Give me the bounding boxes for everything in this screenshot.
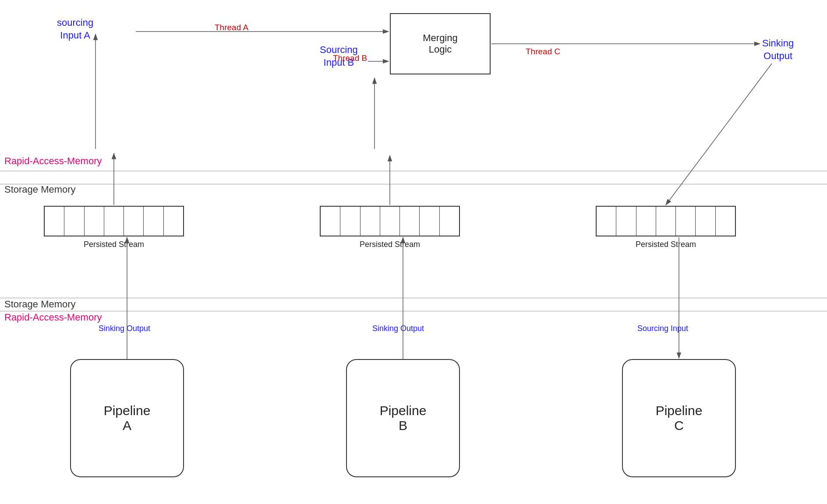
stream-seg [440, 207, 459, 236]
pipeline-b-box: PipelineB [346, 359, 460, 477]
persisted-stream-b-label: Persisted Stream [331, 240, 449, 249]
stream-seg [164, 207, 183, 236]
persisted-stream-a-label: Persisted Stream [57, 240, 171, 249]
stream-seg [616, 207, 636, 236]
stream-seg [380, 207, 400, 236]
stream-seg [716, 207, 735, 236]
stream-seg [124, 207, 144, 236]
stream-seg [420, 207, 439, 236]
storage-top-label: Storage Memory [4, 184, 76, 195]
thread-c-label: Thread C [526, 47, 560, 56]
diagram-container: Rapid-Access-Memory Storage Memory Stora… [0, 0, 827, 504]
pipeline-b-label: PipelineB [380, 403, 427, 433]
stream-seg [64, 207, 84, 236]
merging-logic-box: MergingLogic [390, 13, 491, 74]
pipeline-a-box: PipelineA [70, 359, 184, 477]
ram-top-label: Rapid-Access-Memory [4, 155, 102, 167]
pipeline-c-box: PipelineC [622, 359, 736, 477]
ram-bottom-label: Rapid-Access-Memory [4, 312, 102, 323]
persisted-stream-c-box [596, 206, 736, 236]
thread-b-label: Thread B [333, 53, 367, 63]
storage-bottom-label: Storage Memory [4, 299, 76, 310]
thread-a-label: Thread A [215, 23, 248, 32]
persisted-stream-c-label: Persisted Stream [607, 240, 725, 249]
merging-logic-label: MergingLogic [423, 32, 457, 55]
stream-seg [104, 207, 124, 236]
separator-line-1 [0, 171, 827, 171]
stream-seg [676, 207, 696, 236]
stream-seg [636, 207, 656, 236]
stream-seg [656, 207, 676, 236]
pipeline-c-label: PipelineC [656, 403, 703, 433]
separator-line-2 [0, 184, 827, 184]
sinking-output-a-label: Sinking Output [99, 324, 150, 333]
stream-seg [360, 207, 380, 236]
pipeline-a-label: PipelineA [104, 403, 151, 433]
persisted-stream-b-box [320, 206, 460, 236]
separator-line-4 [0, 311, 827, 311]
stream-seg [400, 207, 420, 236]
stream-seg [85, 207, 104, 236]
stream-seg [45, 207, 64, 236]
sinking-output-b-label: Sinking Output [372, 324, 424, 333]
sinking-output-top-label: SinkingOutput [762, 37, 794, 62]
sourcing-input-a-label: sourcingInput A [57, 17, 93, 42]
sourcing-input-c-label: Sourcing Input [637, 324, 688, 333]
stream-seg [696, 207, 715, 236]
persisted-stream-a-box [44, 206, 184, 236]
stream-seg [321, 207, 340, 236]
stream-seg [340, 207, 360, 236]
stream-seg [144, 207, 163, 236]
separator-line-3 [0, 298, 827, 298]
stream-seg [597, 207, 616, 236]
